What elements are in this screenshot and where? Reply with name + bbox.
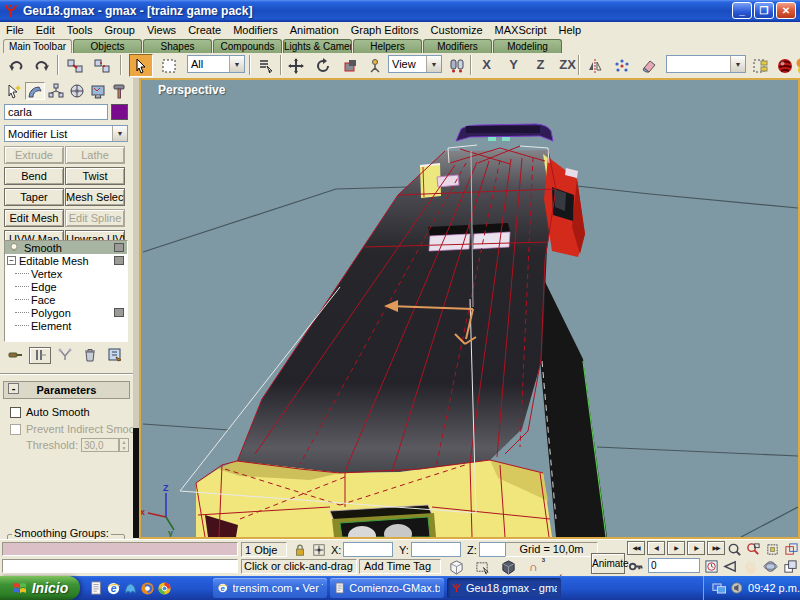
expand-icon[interactable]: − xyxy=(7,256,16,265)
menu-tools[interactable]: Tools xyxy=(61,23,99,37)
y-coord-field[interactable] xyxy=(411,542,461,557)
field-of-view-icon[interactable] xyxy=(722,558,739,574)
checkbox-icon[interactable] xyxy=(10,407,21,418)
stack-item-editable-mesh[interactable]: −Editable Mesh xyxy=(5,254,127,267)
redo-button[interactable] xyxy=(30,54,54,77)
object-name-field[interactable] xyxy=(4,104,108,120)
tab-modify-icon[interactable] xyxy=(25,82,45,100)
add-time-tag[interactable]: Add Time Tag xyxy=(359,559,441,574)
select-and-link-button[interactable] xyxy=(63,54,87,77)
selection-filter-dropdown[interactable]: All▼ xyxy=(187,55,245,73)
menu-graph-editors[interactable]: Graph Editors xyxy=(345,23,425,37)
tab-create-icon[interactable] xyxy=(4,82,24,100)
tab-motion-icon[interactable] xyxy=(67,82,87,100)
bulb-icon[interactable] xyxy=(8,242,20,254)
absolute-offset-toggle-icon[interactable] xyxy=(309,542,328,558)
pin-stack-icon[interactable] xyxy=(4,347,26,364)
arc-rotate-icon[interactable] xyxy=(762,558,779,574)
chevron-down-icon[interactable]: ▼ xyxy=(426,56,441,72)
track-bar[interactable] xyxy=(2,559,238,573)
select-and-manipulate-button[interactable] xyxy=(363,54,387,77)
modifier-button-bend[interactable]: Bend xyxy=(4,167,64,185)
stack-toggle[interactable] xyxy=(114,243,124,252)
network-tray-icon[interactable] xyxy=(712,581,726,596)
set-key-icon[interactable] xyxy=(627,558,644,574)
modifier-button-taper[interactable]: Taper xyxy=(4,188,64,206)
parameters-rollout-header[interactable]: - Parameters xyxy=(3,381,130,399)
reference-coordinate-dropdown[interactable]: View▼ xyxy=(388,55,442,73)
crossing-selection-icon[interactable] xyxy=(473,559,492,575)
axis-constraint-y[interactable]: Y xyxy=(501,55,526,75)
modifier-button-edit-mesh[interactable]: Edit Mesh xyxy=(4,209,64,227)
configure-modifier-sets-icon[interactable] xyxy=(104,347,126,364)
previous-frame-button[interactable]: ◀| xyxy=(647,541,665,555)
tab-display-icon[interactable] xyxy=(88,82,108,100)
stack-item-polygon[interactable]: Polygon xyxy=(5,306,127,319)
stack-item-vertex[interactable]: Vertex xyxy=(5,267,127,280)
menu-help[interactable]: Help xyxy=(553,23,588,37)
select-and-scale-button[interactable] xyxy=(338,54,362,77)
selection-lock-icon[interactable] xyxy=(290,542,309,558)
stack-item-smooth[interactable]: Smooth xyxy=(5,241,127,254)
stack-toggle[interactable] xyxy=(114,308,124,317)
object-color-swatch[interactable] xyxy=(111,104,128,120)
chevron-down-icon[interactable]: ▼ xyxy=(112,126,127,141)
zoom-all-icon[interactable] xyxy=(745,541,762,557)
x-coord-field[interactable] xyxy=(343,542,393,557)
snaps-toggle-icon[interactable] xyxy=(499,559,518,575)
stack-item-edge[interactable]: Edge xyxy=(5,280,127,293)
zoom-extents-all-icon[interactable] xyxy=(783,541,800,557)
play-button[interactable]: ▶ xyxy=(667,541,685,555)
taskbar-task-comienzo-gma[interactable]: Comienzo-GMax.txt -... xyxy=(330,578,444,598)
menu-file[interactable]: File xyxy=(0,23,30,37)
zoom-extents-icon[interactable] xyxy=(764,541,781,557)
menu-edit[interactable]: Edit xyxy=(30,23,61,37)
tab-helpers[interactable]: Helpers xyxy=(353,39,422,53)
restore-button[interactable]: ❐ xyxy=(754,2,774,19)
auto-smooth-checkbox[interactable]: Auto Smooth xyxy=(10,406,90,418)
tab-main-toolbar[interactable]: Main Toolbar xyxy=(3,39,72,53)
tab-modeling[interactable]: Modeling xyxy=(493,39,562,53)
go-to-end-button[interactable]: ▶▶ xyxy=(707,541,725,555)
volume-tray-icon[interactable] xyxy=(730,581,744,595)
time-configuration-icon[interactable] xyxy=(703,558,720,574)
make-unique-icon[interactable] xyxy=(54,347,76,364)
select-and-move-button[interactable] xyxy=(284,54,308,77)
chevron-down-icon[interactable]: ▼ xyxy=(229,56,244,72)
modifier-list-dropdown[interactable]: Modifier List▼ xyxy=(4,125,128,142)
chevron-down-icon[interactable]: ▼ xyxy=(730,56,745,72)
material-editor-button[interactable] xyxy=(792,54,800,77)
viewport-canvas[interactable]: Z x y xyxy=(141,80,798,537)
modifier-button-mesh-select[interactable]: Mesh Select xyxy=(65,188,125,206)
tab-shapes[interactable]: Shapes xyxy=(143,39,212,53)
menu-create[interactable]: Create xyxy=(182,23,227,37)
modifier-button-twist[interactable]: Twist xyxy=(65,167,125,185)
menu-customize[interactable]: Customize xyxy=(425,23,489,37)
menu-modifiers[interactable]: Modifiers xyxy=(227,23,284,37)
stack-toggle[interactable] xyxy=(114,256,124,265)
min-max-toggle-icon[interactable] xyxy=(782,558,799,574)
use-pivot-center-button[interactable] xyxy=(445,54,469,77)
tab-modifiers[interactable]: Modifiers xyxy=(423,39,492,53)
title-bar[interactable]: Geu18.gmax - gmax - [trainz game pack] _… xyxy=(0,0,800,22)
zoom-icon[interactable] xyxy=(726,541,743,557)
viewport-label[interactable]: Perspective xyxy=(158,83,225,97)
time-slider[interactable] xyxy=(2,542,238,556)
quicklaunch-notepad-icon[interactable] xyxy=(88,580,104,596)
tab-hierarchy-icon[interactable] xyxy=(46,82,66,100)
current-frame-field[interactable] xyxy=(648,558,700,573)
quicklaunch-msn-icon[interactable] xyxy=(122,580,138,596)
tab-utilities-icon[interactable] xyxy=(109,82,129,100)
close-button[interactable]: ✕ xyxy=(776,2,796,19)
open-track-view-button[interactable] xyxy=(749,54,773,77)
menu-maxscript[interactable]: MAXScript xyxy=(489,23,553,37)
align-button[interactable] xyxy=(637,54,661,77)
go-to-start-button[interactable]: ◀◀ xyxy=(627,541,645,555)
quicklaunch-mediaplayer-icon[interactable] xyxy=(139,580,155,596)
stack-item-face[interactable]: Face xyxy=(5,293,127,306)
array-button[interactable] xyxy=(610,54,634,77)
degradation-override-icon[interactable] xyxy=(447,559,466,575)
selection-region-button[interactable] xyxy=(157,54,181,77)
axis-constraint-zx[interactable]: ZX xyxy=(555,55,580,75)
menu-animation[interactable]: Animation xyxy=(284,23,345,37)
